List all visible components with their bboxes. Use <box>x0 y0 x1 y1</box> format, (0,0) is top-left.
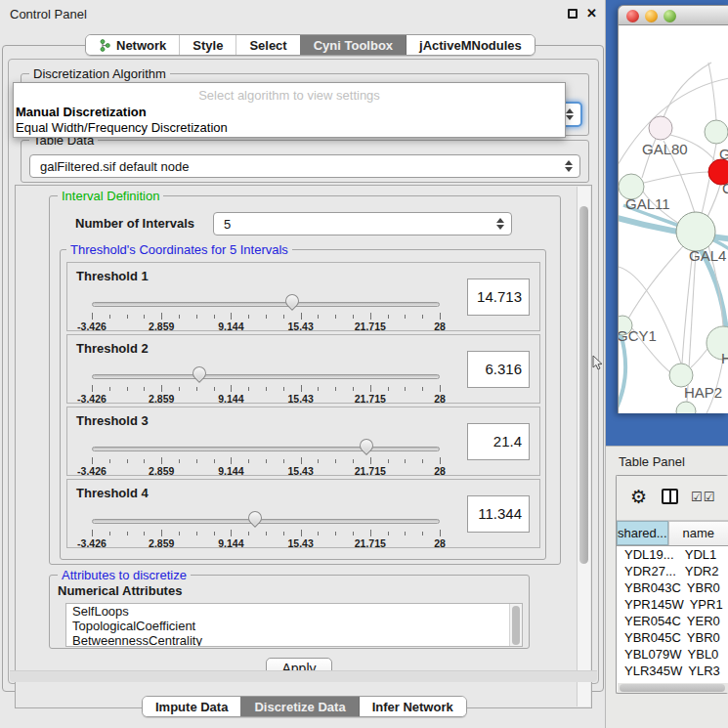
cell[interactable]: YDL19... <box>617 546 679 563</box>
cell[interactable]: YDR27... <box>617 563 679 579</box>
list-item[interactable]: TopologicalCoefficient <box>66 619 522 633</box>
scrollbar-thumb[interactable] <box>620 684 725 692</box>
threshold-value-field[interactable]: 14.713 <box>467 278 530 316</box>
scrollbar-thumb[interactable] <box>579 206 588 564</box>
node-gal4[interactable] <box>676 212 715 251</box>
cell[interactable]: YER0 <box>681 613 728 629</box>
cell[interactable]: YLR345W <box>617 663 682 679</box>
node-label: H <box>721 350 728 366</box>
node[interactable] <box>676 402 696 413</box>
table-row[interactable]: YLR345WYLR3 <box>617 663 728 679</box>
table-row[interactable]: YER054CYER0 <box>617 613 728 629</box>
close-traffic-light[interactable] <box>626 10 639 22</box>
select-columns-icon[interactable]: ☑☑ <box>691 490 715 504</box>
cyni-panel: Discretization Algorithm Table Data galF… <box>8 59 599 684</box>
tab-style[interactable]: Style <box>179 35 236 55</box>
zoom-traffic-light[interactable] <box>664 10 676 22</box>
threshold-panel-4: Threshold 4 -3.4262.8599.14415.4321.7152… <box>66 479 540 548</box>
network-canvas[interactable]: GAL80 GA C GAL11 GAL4 GCY1 H HAP2 <box>618 25 728 413</box>
tab-select[interactable]: Select <box>236 35 299 55</box>
num-intervals-label: Number of Intervals <box>75 216 194 231</box>
cell[interactable]: YPR1 <box>684 596 728 613</box>
slider-track[interactable] <box>92 519 440 524</box>
slider-scale-labels: -3.4262.8599.14415.4321.71528 <box>92 321 440 331</box>
num-intervals-select[interactable]: 5 <box>213 212 512 236</box>
float-window-icon[interactable] <box>568 9 578 19</box>
tab-jactivemnodules[interactable]: jActiveMNodules <box>406 35 535 55</box>
list-item[interactable]: BetweennessCentrality <box>66 633 522 647</box>
cell[interactable]: YBL079W <box>617 646 682 663</box>
popup-option-manual[interactable]: Manual Discretization <box>16 105 147 119</box>
slider-handle[interactable] <box>283 291 303 311</box>
list-scrollbar[interactable] <box>509 604 522 646</box>
cell[interactable]: YBL0 <box>682 646 728 663</box>
slider-scale-labels: -3.4262.8599.14415.4321.71528 <box>92 393 440 404</box>
selected-table: galFiltered.sif default node <box>40 159 189 174</box>
tab-discretize-data[interactable]: Discretize Data <box>240 697 358 716</box>
bottom-tab-bar: Impute Data Discretize Data Infer Networ… <box>142 696 467 717</box>
node-label: GAL11 <box>625 195 670 212</box>
tab-impute-data[interactable]: Impute Data <box>143 697 240 716</box>
slider-handle[interactable] <box>190 364 209 383</box>
slider-ticks <box>92 385 440 393</box>
minimize-traffic-light[interactable] <box>645 10 658 22</box>
cell[interactable]: YPR145W <box>617 596 684 613</box>
tab-infer-network[interactable]: Infer Network <box>359 697 466 716</box>
cell[interactable]: YER054C <box>617 613 681 629</box>
network-graph: GAL80 GA C GAL11 GAL4 GCY1 H HAP2 <box>619 25 728 413</box>
cell[interactable]: YDR2 <box>679 563 728 579</box>
edge <box>619 333 625 412</box>
scrollbar-thumb[interactable] <box>512 606 520 645</box>
table-row[interactable]: YDR27...YDR2 <box>617 563 728 579</box>
table-row[interactable]: YDL19...YDL1 <box>617 546 728 563</box>
slider-handle[interactable] <box>245 508 265 528</box>
table-row[interactable]: YBR043CYBR0 <box>617 579 728 596</box>
cell[interactable]: YBR0 <box>681 579 728 596</box>
table-panel: Table Panel ⚙ ☑☑ shared... name YDL19...… <box>606 446 728 728</box>
cell[interactable]: YBR043C <box>617 579 681 596</box>
table-row[interactable]: YBL079WYBL0 <box>617 646 728 663</box>
column-header-shared-name[interactable]: shared... <box>617 521 668 545</box>
cell[interactable]: YLR3 <box>682 663 728 679</box>
table-row[interactable]: YBR045CYBR0 <box>617 629 728 646</box>
table-horizontal-scrollbar[interactable] <box>618 683 728 693</box>
threshold-panel-3: Threshold 3 -3.4262.8599.14415.4321.7152… <box>66 407 540 476</box>
threshold-slider[interactable]: -3.4262.8599.14415.4321.71528 <box>92 407 440 475</box>
node[interactable] <box>705 120 728 144</box>
slider-handle[interactable] <box>357 436 376 455</box>
combo-stepper-icon <box>496 218 505 230</box>
slider-scale-labels: -3.4262.8599.14415.4321.71528 <box>92 537 440 548</box>
table-data-select[interactable]: galFiltered.sif default node <box>29 154 580 178</box>
tab-label: Network <box>116 38 166 53</box>
threshold-slider[interactable]: -3.4262.8599.14415.4321.71528 <box>92 263 440 330</box>
popup-option-equal-width[interactable]: Equal Width/Frequency Discretization <box>16 120 228 135</box>
cell[interactable]: YDL1 <box>679 546 728 563</box>
interval-definition-group: Interval Definition Number of Intervals … <box>49 195 561 565</box>
network-window-titlebar[interactable] <box>618 5 728 25</box>
slider-track[interactable] <box>92 447 440 451</box>
combo-stepper-icon <box>566 108 575 120</box>
column-header-name[interactable]: name <box>668 521 728 545</box>
table-panel-title: Table Panel <box>619 454 685 469</box>
threshold-slider[interactable]: -3.4262.8599.14415.4321.71528 <box>92 480 440 547</box>
threshold-value-field[interactable]: 21.4 <box>467 423 530 460</box>
cell[interactable]: YBR045C <box>617 629 681 646</box>
cell[interactable]: YBR0 <box>681 629 728 646</box>
slider-track[interactable] <box>92 302 440 307</box>
slider-track[interactable] <box>92 374 440 379</box>
attributes-list[interactable]: SelfLoops TopologicalCoefficient Between… <box>65 603 523 647</box>
split-columns-icon[interactable] <box>662 489 678 504</box>
tab-cyni-toolbox[interactable]: Cyni Toolbox <box>300 35 406 55</box>
table-row[interactable]: YPR145WYPR1 <box>617 596 728 613</box>
threshold-slider[interactable]: -3.4262.8599.14415.4321.71528 <box>92 335 440 403</box>
settings-scrollbar[interactable] <box>577 187 590 707</box>
group-title: Interval Definition <box>58 189 163 203</box>
threshold-value-field[interactable]: 11.344 <box>467 495 530 533</box>
gear-icon[interactable]: ⚙ <box>630 486 647 508</box>
list-item[interactable]: SelfLoops <box>66 604 522 619</box>
close-icon[interactable]: ✕ <box>586 6 597 21</box>
tab-network[interactable]: Network <box>86 35 179 55</box>
node-gal80[interactable] <box>649 116 672 140</box>
threshold-value-field[interactable]: 6.316 <box>467 351 530 388</box>
slider-ticks <box>92 313 440 321</box>
